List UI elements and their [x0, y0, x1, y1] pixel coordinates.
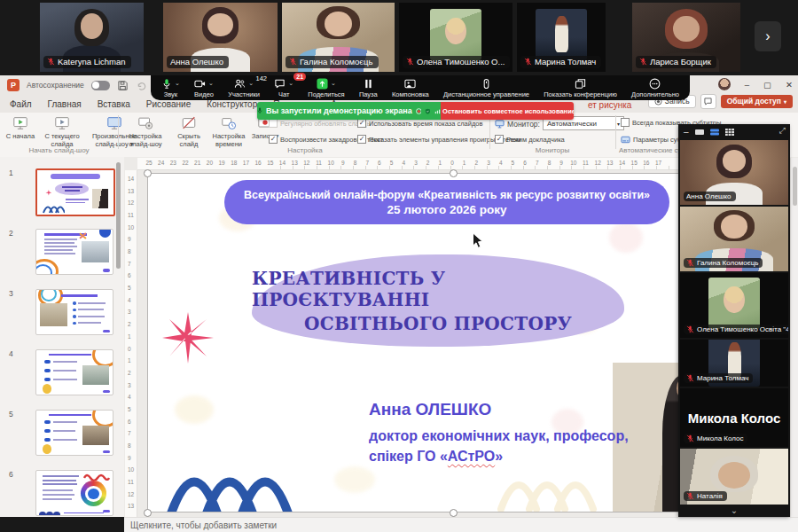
custom-slideshow-icon — [106, 115, 122, 131]
background-doodle-loops — [494, 466, 609, 512]
maximize-button[interactable]: ▢ — [763, 80, 771, 90]
notes-placeholder[interactable]: Щелкните, чтобы добавить заметки — [124, 517, 798, 532]
toolbar-more[interactable]: Дополнительно — [631, 78, 679, 98]
participant-tile[interactable]: Анна Олешко — [163, 3, 278, 72]
slide-title-blob[interactable]: КРЕАТИВНІСТЬ У ПРОЄКТУВАННІ ОСВІТНЬОГО П… — [252, 254, 624, 347]
tab-3[interactable]: Рисование — [138, 99, 199, 109]
selection-handle[interactable] — [450, 169, 458, 177]
star-shape[interactable] — [162, 312, 214, 364]
speaker-org-prefix: спікер ГО « — [369, 449, 448, 464]
toolbar-remote-control[interactable]: Дистанционное управление — [443, 78, 529, 98]
monitor-label-row: Монитор: — [495, 119, 540, 129]
thumbnails-scrollbar[interactable] — [116, 162, 121, 269]
pause-icon — [363, 78, 374, 90]
chevron-down-icon[interactable]: ⌄ — [288, 80, 293, 87]
participant-tile[interactable]: Лариса Борщик — [632, 3, 740, 72]
speaker-info[interactable]: Анна ОЛЕШКО доктор економічних наук, про… — [369, 400, 629, 466]
setup-slideshow-icon — [137, 115, 153, 131]
comments-button[interactable] — [700, 94, 716, 109]
undo-icon[interactable] — [136, 80, 147, 91]
chevron-down-icon[interactable]: ⌄ — [248, 80, 254, 87]
tab-file[interactable]: Файл — [2, 99, 40, 109]
participant-name: Галина Коломоєць — [684, 258, 763, 268]
toolbar-audio[interactable]: ⌄Звук — [161, 78, 180, 98]
share-document-button[interactable]: Общий доступ▾ — [721, 95, 793, 108]
participant-name: Kateryna Lichman — [43, 56, 131, 68]
toolbar-show-conference[interactable]: Показать конференцию — [544, 78, 617, 98]
panel-participant-tile[interactable]: Галина Коломоєць — [680, 207, 788, 271]
toolbar-video[interactable]: ⌄Видео — [194, 78, 214, 98]
recording-icon[interactable] — [416, 107, 422, 115]
selection-handle[interactable] — [144, 509, 152, 517]
chevron-down-icon[interactable]: ⌄ — [331, 80, 336, 87]
mic-muted-icon — [289, 58, 297, 66]
security-shield-icon[interactable] — [425, 107, 431, 115]
contextual-tab-fragment[interactable]: ет рисунка — [588, 100, 631, 110]
autosave-toggle[interactable] — [91, 81, 110, 90]
participant-tile[interactable]: Галина Коломоєць — [282, 3, 395, 72]
participant-name: Анна Олешко — [167, 56, 229, 68]
participant-tile[interactable]: Олена Тимошенко О... — [399, 3, 512, 72]
panel-scroll-down-icon[interactable]: ⌄ — [731, 505, 738, 515]
slide-thumbnails-panel: 123456 — [0, 157, 125, 517]
chevron-down-icon[interactable]: ⌄ — [175, 80, 180, 87]
thumbnail-number: 6 — [9, 470, 13, 479]
panel-participant-tile[interactable]: Олена Тимошенко Освіта "4 People" — [680, 273, 788, 338]
minimize-button[interactable]: – — [745, 80, 749, 90]
forum-banner-line2: 25 лютого 2026 року — [387, 203, 506, 216]
slide-thumbnail-3[interactable] — [35, 289, 113, 335]
mic-icon — [161, 78, 172, 90]
next-participants-button[interactable]: › — [755, 21, 781, 51]
mic-muted-icon — [406, 58, 414, 66]
thumbnail-number: 4 — [9, 349, 13, 358]
panel-expand-icon[interactable]: ⤢ — [779, 126, 786, 136]
toolbar-item-label: Дистанционное управление — [443, 90, 529, 98]
stop-share-button[interactable]: Остановить совместное использование — [441, 102, 574, 120]
account-avatar[interactable] — [718, 78, 731, 90]
toolbar-pause[interactable]: Пауза — [359, 78, 378, 98]
panel-participant-tile[interactable]: Марина Толмач — [680, 340, 788, 387]
toolbar-share[interactable]: ⌄Поделиться — [308, 78, 344, 98]
gallery-view-icon[interactable] — [725, 129, 734, 136]
save-icon[interactable] — [117, 80, 129, 91]
participant-name: Микола Колос — [684, 434, 747, 443]
vertical-ruler[interactable]: 1413121110987654321012345678910111213 — [125, 170, 137, 517]
panel-participant-tile[interactable]: Наталія — [680, 449, 788, 505]
close-button[interactable]: ✕ — [786, 80, 793, 90]
forum-banner[interactable]: Всеукраїнський онлайн-форум «Креативніст… — [224, 180, 669, 224]
mic-muted-icon — [639, 58, 647, 66]
panel-minimize-icon[interactable]: – — [684, 129, 689, 136]
signal-icon — [434, 107, 441, 115]
slide-thumbnail-5[interactable] — [35, 410, 113, 456]
participant-tile[interactable]: Марина Толмач — [517, 3, 606, 72]
participant-tile[interactable]: Kateryna Lichman — [40, 3, 144, 72]
tab-2[interactable]: Вставка — [90, 99, 138, 109]
slide-thumbnail-6[interactable] — [35, 470, 113, 516]
chevron-down-icon[interactable]: ⌄ — [208, 80, 214, 87]
strip-view-icon[interactable] — [710, 129, 719, 136]
chat-icon — [274, 78, 286, 90]
tab-1[interactable]: Главная — [40, 99, 90, 109]
panel-participant-tile[interactable]: Микола КолосМикола Колос — [680, 388, 788, 447]
selection-handle[interactable] — [450, 509, 458, 517]
comment-icon — [704, 98, 712, 106]
toolbar-participants[interactable]: 142⌄Участники — [228, 78, 260, 98]
speaker-view-icon[interactable] — [695, 129, 704, 136]
tab-4[interactable]: Конструктор — [199, 99, 265, 109]
slide-canvas[interactable]: Всеукраїнський онлайн-форум «Креативніст… — [147, 173, 758, 512]
checkbox-keep-slides-updated[interactable]: Регулярно обновлять слайды — [269, 119, 372, 128]
checkbox-presenter-view[interactable]: Режим докладчика — [495, 135, 565, 144]
document-scrollbar[interactable] — [790, 158, 798, 517]
slide-thumbnail-1[interactable] — [35, 168, 115, 216]
slide-thumbnail-2[interactable] — [35, 229, 113, 275]
panel-participant-tile[interactable]: Анна Олешко — [680, 140, 788, 205]
toolbar-layout[interactable]: Компоновка — [392, 78, 429, 98]
slide-title-line2: ОСВІТНЬОГО ПРОСТОРУ — [304, 313, 572, 334]
blue-loops-shape[interactable] — [166, 463, 308, 512]
slide-thumbnail-4[interactable] — [35, 349, 113, 395]
toolbar-chat[interactable]: 21⌄Чат — [274, 78, 293, 98]
thumbnail-number: 3 — [9, 289, 13, 298]
checkbox-use-timings[interactable]: Использовать время показа слайдов — [357, 119, 482, 128]
selection-handle[interactable] — [144, 169, 152, 177]
toolbar-item-label: Участники — [228, 90, 260, 98]
